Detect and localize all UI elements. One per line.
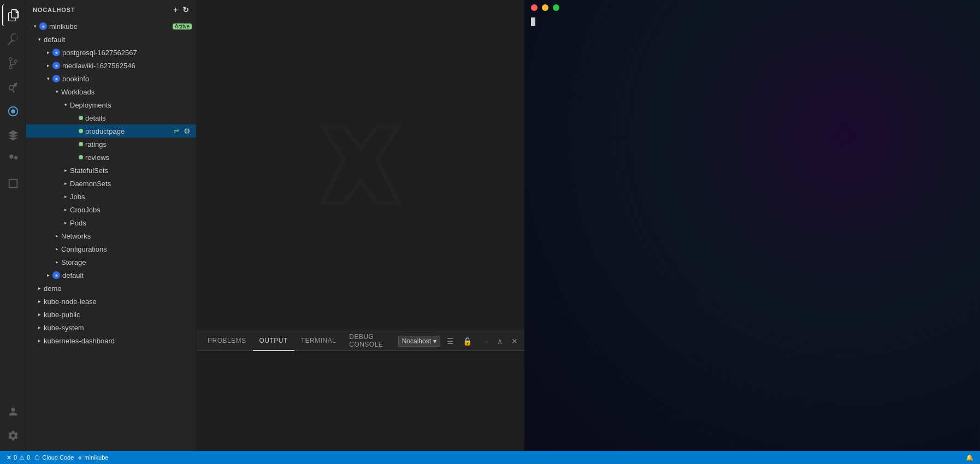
warning-icon: ⚠ — [19, 454, 25, 461]
tree-item-details[interactable]: details — [26, 111, 196, 124]
mac-close-btn[interactable] — [531, 4, 538, 11]
tree-arrow-default — [35, 35, 44, 44]
tree-item-reviews[interactable]: reviews — [26, 151, 196, 164]
k8s-icon-bookinfo: ⎈ — [52, 75, 60, 82]
tree-label-details: details — [85, 114, 192, 122]
tree-item-networks[interactable]: Networks — [26, 229, 196, 242]
cloud-icon: ⬡ — [34, 454, 40, 461]
tree-item-default2[interactable]: ⎈ default — [26, 269, 196, 282]
panel-content — [197, 351, 524, 451]
activity-nocalhost[interactable] — [2, 100, 24, 122]
tree-arrow-kube-node-lease — [35, 297, 44, 306]
tree-label-ratings: ratings — [85, 140, 192, 148]
tree-label-statefulsets: StatefulSets — [70, 166, 192, 175]
list-icon[interactable]: ☰ — [445, 336, 456, 347]
mac-min-btn[interactable] — [542, 4, 548, 11]
tree-arrow-minikube — [31, 22, 39, 31]
tab-output[interactable]: OUTPUT — [253, 331, 294, 351]
tree-label-workloads: Workloads — [61, 88, 192, 96]
svg-point-0 — [11, 109, 15, 113]
lock-icon[interactable]: 🔒 — [461, 336, 474, 347]
tree-arrow-deployments — [61, 100, 70, 109]
status-errors[interactable]: ✕ 0 ⚠ 0 — [4, 454, 32, 461]
tree-arrow-kube-public — [35, 310, 44, 319]
tree-item-daemonsets[interactable]: DaemonSets — [26, 177, 196, 190]
dev-mode-icon[interactable]: ⇌ — [173, 126, 180, 136]
status-bar: ✕ 0 ⚠ 0 ⬡ Cloud Code ⎈ minikube 🔔 — [0, 451, 980, 464]
tree-item-demo[interactable]: demo — [26, 282, 196, 295]
tree-item-configurations[interactable]: Configurations — [26, 242, 196, 255]
settings-icon-productpage[interactable]: ⚙ — [182, 126, 192, 136]
tree-item-productpage[interactable]: productpage ⇌ ⚙ — [26, 124, 196, 138]
cursor-block — [531, 17, 535, 26]
k8s-icon-default2: ⎈ — [52, 271, 60, 279]
activity-settings[interactable] — [2, 425, 24, 447]
tree-label-reviews: reviews — [85, 153, 192, 162]
tree-label-bookinfo: bookinfo — [62, 75, 192, 83]
tree-label-default2: default — [62, 271, 192, 279]
tree-item-bookinfo[interactable]: ⎈ bookinfo — [26, 72, 196, 85]
tree-item-kubernetes-dashboard[interactable]: kubernetes-dashboard — [26, 334, 196, 347]
status-cluster[interactable]: ⎈ minikube — [76, 454, 110, 461]
add-icon[interactable]: + — [173, 5, 178, 14]
k8s-icon-mediawiki: ⎈ — [52, 62, 60, 69]
close-panel-icon[interactable]: ✕ — [509, 336, 520, 347]
refresh-icon[interactable]: ↻ — [182, 5, 190, 14]
activity-account[interactable] — [2, 401, 24, 423]
tree-item-postgresql[interactable]: ⎈ postgresql-1627562567 — [26, 46, 196, 59]
tree-item-pods[interactable]: Pods — [26, 216, 196, 229]
tree-label-pods: Pods — [70, 219, 192, 227]
mac-max-btn[interactable] — [553, 4, 559, 11]
tree-arrow-networks — [52, 231, 61, 240]
tree-item-cronjobs[interactable]: CronJobs — [26, 203, 196, 216]
tab-terminal[interactable]: TERMINAL — [294, 331, 343, 351]
status-right: 🔔 — [964, 454, 976, 461]
tree-label-storage: Storage — [61, 258, 192, 266]
maximize-icon[interactable]: ∧ — [495, 336, 505, 347]
activity-remote[interactable] — [2, 124, 24, 146]
tree-item-kube-node-lease[interactable]: kube-node-lease — [26, 295, 196, 308]
cluster-icon: ⎈ — [78, 454, 82, 461]
tab-problems[interactable]: PROBLEMS — [201, 331, 253, 351]
tree-item-mediawiki[interactable]: ⎈ mediawiki-1627562546 — [26, 59, 196, 72]
tree-label-jobs: Jobs — [70, 193, 192, 201]
mac-statusbar — [524, 15, 980, 28]
status-notifications[interactable]: 🔔 — [964, 454, 976, 461]
tree-item-kube-public[interactable]: kube-public — [26, 308, 196, 321]
main-layout: NOCALHOST + ↻ ⎈ minikube Active default … — [0, 0, 980, 451]
activity-source-control[interactable] — [2, 52, 24, 74]
tree-item-kube-system[interactable]: kube-system — [26, 321, 196, 334]
tree-item-minikube[interactable]: ⎈ minikube Active — [26, 20, 196, 33]
tree-item-deployments[interactable]: Deployments — [26, 98, 196, 111]
tree-item-ratings[interactable]: ratings — [26, 138, 196, 151]
tree-arrow-configurations — [52, 245, 61, 253]
badge-active: Active — [173, 23, 192, 29]
tree-arrow-statefulsets — [61, 166, 70, 175]
tree-item-jobs[interactable]: Jobs — [26, 190, 196, 203]
output-dropdown[interactable]: Nocalhost ▾ — [398, 336, 440, 347]
panel: PROBLEMS OUTPUT TERMINAL DEBUG CONSOLE N… — [197, 331, 524, 451]
dot-details — [79, 116, 83, 120]
tree-arrow-default2 — [44, 271, 52, 279]
activity-efs[interactable] — [2, 172, 24, 194]
k8s-icon-postgresql: ⎈ — [52, 49, 60, 56]
activity-search[interactable] — [2, 28, 24, 50]
activity-explorer[interactable] — [2, 4, 24, 26]
tab-debug-console[interactable]: DEBUG CONSOLE — [343, 331, 398, 351]
tree-item-statefulsets[interactable]: StatefulSets — [26, 164, 196, 177]
tree-label-kube-public: kube-public — [44, 311, 192, 319]
tree-arrow-kubernetes-dashboard — [35, 336, 44, 345]
tree-arrow-jobs — [61, 192, 70, 201]
tree-arrow-postgresql — [44, 48, 52, 57]
activity-api[interactable] — [2, 148, 24, 170]
status-cloud-code[interactable]: ⬡ Cloud Code — [32, 454, 76, 461]
tree-item-storage[interactable]: Storage — [26, 255, 196, 269]
tree-item-default[interactable]: default — [26, 33, 196, 46]
collapse-icon[interactable]: — — [479, 336, 491, 347]
tree-item-workloads[interactable]: Workloads — [26, 85, 196, 98]
dot-reviews — [79, 155, 83, 159]
right-panel — [524, 0, 980, 451]
tree-arrow-mediawiki — [44, 61, 52, 70]
activity-debug[interactable] — [2, 76, 24, 98]
tree-arrow-workloads — [52, 87, 61, 96]
